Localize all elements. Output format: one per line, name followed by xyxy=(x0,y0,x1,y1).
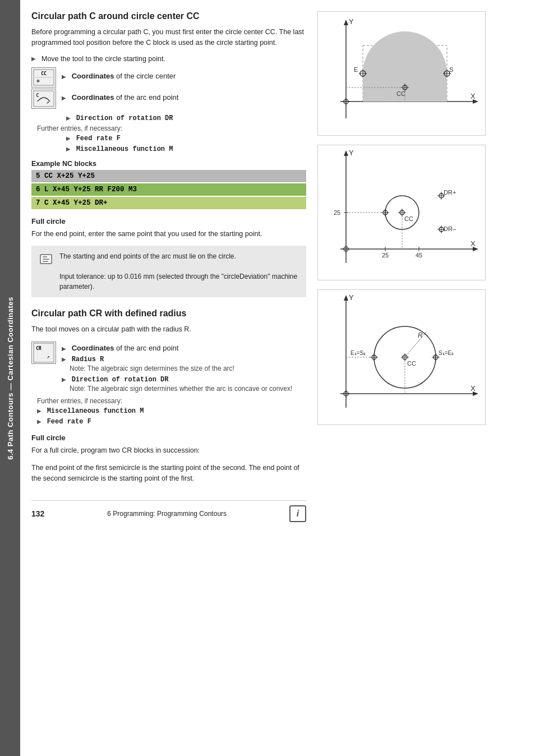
svg-text:CC: CC xyxy=(404,215,413,222)
note-text: The starting and end points of the arc m… xyxy=(59,251,299,292)
svg-text:⊕: ⊕ xyxy=(36,78,39,84)
footer-info-box: i xyxy=(289,505,306,522)
s2-feed-item: ▶ Feed rate F xyxy=(37,417,306,426)
svg-text:CR: CR xyxy=(36,346,41,351)
note-box: The starting and end points of the arc m… xyxy=(31,246,306,297)
arrow-bullet-1: ▶ xyxy=(62,73,66,80)
s2-item1-label: Coordinates xyxy=(72,344,114,352)
full-circle-text-1: For the end point, enter the same point … xyxy=(31,229,306,239)
s2-feed-label: Feed rate F xyxy=(47,418,91,426)
sidebar-label: 6.4 Path Contours — Cartesian Coordinate… xyxy=(0,0,20,756)
s2-misc-label: Miscellaneous function M xyxy=(47,407,144,415)
s2-item1-suffix: of the arc end point xyxy=(114,344,178,352)
cc-icon: CC ⊕ xyxy=(31,67,56,87)
full-circle-title-2: Full circle xyxy=(31,434,306,442)
nc-block-1: 5 CC X+25 Y+25 xyxy=(31,170,306,182)
section2-title: Circular path CR with defined radius xyxy=(31,308,306,319)
svg-text:X: X xyxy=(471,239,476,248)
misc-function-item: ▶ Miscellaneous function M xyxy=(66,144,306,153)
svg-text:CC: CC xyxy=(41,71,47,76)
right-column: Y X CC E S xyxy=(317,11,486,522)
svg-text:Y: Y xyxy=(349,149,354,157)
direction-item: ▶ Direction of rotation DR xyxy=(66,113,306,122)
diagram3: Y X CC E₁=S₂ S₁=E₂ xyxy=(317,289,486,425)
svg-text:25: 25 xyxy=(334,209,340,216)
s2-further-entries: Further entries, if necessary: xyxy=(37,397,306,405)
nc-block-3: 7 C X+45 Y+25 DR+ xyxy=(31,197,306,209)
nc-block-2: 6 L X+45 Y+25 RR F200 M3 xyxy=(31,183,306,196)
arrow-bullet-2: ▶ xyxy=(62,95,66,101)
item1-suffix: of the circle center xyxy=(114,72,176,80)
s2-misc-item: ▶ Miscellaneous function M xyxy=(37,406,306,415)
misc-function-label: Miscellaneous function M xyxy=(76,145,173,153)
svg-text:45: 45 xyxy=(416,252,422,259)
svg-text:Y: Y xyxy=(349,293,354,302)
further-entries-label: Further entries, if necessary: xyxy=(37,125,306,132)
svg-text:CC: CC xyxy=(407,360,416,367)
c-arc-icon: C ↗ xyxy=(31,89,56,109)
arrow-bullet-move: ▶ xyxy=(31,56,36,62)
section1-intro: Before programming a circular path C, yo… xyxy=(31,27,306,48)
svg-text:E₁=S₂: E₁=S₂ xyxy=(350,350,366,356)
diagram1: Y X CC E S xyxy=(317,11,486,136)
note-line-2: Input tolerance: up to 0.016 mm (selecte… xyxy=(59,271,299,292)
section1-title: Circular path C around circle center CC xyxy=(31,11,306,21)
svg-text:X: X xyxy=(471,92,476,100)
svg-text:DR–: DR– xyxy=(444,225,456,232)
s2-radius-label: Radius R xyxy=(72,356,104,363)
full-circle-text2-1: For a full circle, program two CR blocks… xyxy=(31,445,306,456)
item1-label: Coordinates xyxy=(72,72,114,80)
sidebar-label-text: 6.4 Path Contours — Cartesian Coordinate… xyxy=(6,297,15,460)
move-instruction: ▶ Move the tool to the circle starting p… xyxy=(31,55,306,63)
svg-text:S: S xyxy=(449,66,453,73)
footer: 132 6 Programming: Programming Contours … xyxy=(31,500,306,522)
svg-text:↗: ↗ xyxy=(47,354,49,359)
full-circle-title-1: Full circle xyxy=(31,217,306,225)
full-circle-text2-2: The end point of the first semicircle is… xyxy=(31,463,306,484)
cc-icon-row: CC ⊕ ▶ Coordinates of the circle center xyxy=(31,67,306,87)
svg-text:S₁=E₂: S₁=E₂ xyxy=(439,350,454,356)
item2-label: Coordinates xyxy=(72,93,114,102)
item2-suffix: of the arc end point xyxy=(114,93,178,102)
direction-label: Direction of rotation DR xyxy=(76,114,173,122)
svg-text:C: C xyxy=(36,93,39,98)
svg-text:25: 25 xyxy=(382,252,389,259)
note-line-1: The starting and end points of the arc m… xyxy=(59,251,299,261)
diagram2: Y X 25 25 45 CC xyxy=(317,145,486,280)
feed-rate-label: Feed rate F xyxy=(76,135,121,142)
s2-radius-note: Note: The algebraic sign determines the … xyxy=(70,365,292,372)
svg-text:R: R xyxy=(418,331,423,339)
section2-intro: The tool moves on a circular path with t… xyxy=(31,324,306,335)
svg-text:CC: CC xyxy=(396,90,405,97)
s2-direction-note: Note: The algebraic sign determines whet… xyxy=(70,385,292,393)
nc-blocks-label: Example NC blocks xyxy=(31,160,306,168)
svg-text:X: X xyxy=(471,384,476,393)
cr-icon-row: CR ↗ ▶ Coordinates of the arc end point … xyxy=(31,342,306,393)
svg-text:DR+: DR+ xyxy=(444,189,456,196)
svg-text:Y: Y xyxy=(349,17,354,26)
svg-text:E: E xyxy=(354,66,358,73)
section1-icons-list: CC ⊕ ▶ Coordinates of the circle center … xyxy=(31,67,306,109)
c-arc-icon-row: C ↗ ▶ Coordinates of the arc end point xyxy=(31,89,306,109)
footer-page-number: 132 xyxy=(31,509,44,518)
s2-direction-label: Direction of rotation DR xyxy=(72,376,169,384)
feed-rate-item: ▶ Feed rate F xyxy=(66,133,306,142)
footer-description: 6 Programming: Programming Contours xyxy=(107,510,227,518)
note-icon xyxy=(38,251,54,267)
cr-icon: CR ↗ xyxy=(31,342,56,364)
section2-icons-list: CR ↗ ▶ Coordinates of the arc end point … xyxy=(31,342,306,393)
